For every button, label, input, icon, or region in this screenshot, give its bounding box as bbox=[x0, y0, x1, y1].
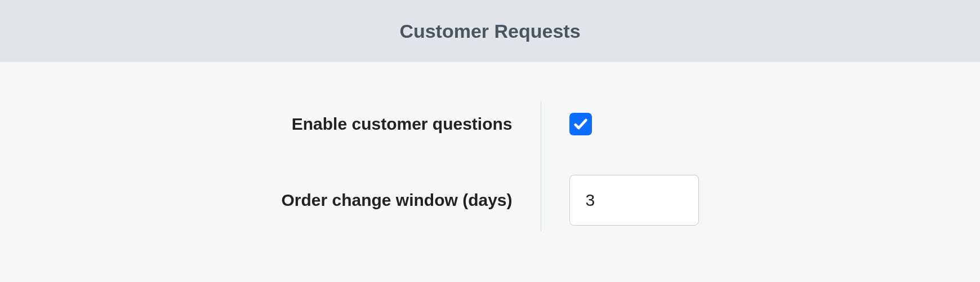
checkmark-icon bbox=[573, 116, 589, 132]
checkbox-row bbox=[569, 107, 592, 141]
section-title: Customer Requests bbox=[399, 20, 580, 42]
enable-customer-questions-checkbox[interactable] bbox=[569, 113, 592, 135]
order-change-window-label: Order change window (days) bbox=[281, 175, 512, 226]
order-change-window-input[interactable] bbox=[569, 175, 699, 226]
input-row bbox=[569, 175, 699, 226]
input-column bbox=[541, 102, 699, 231]
section-header: Customer Requests bbox=[0, 0, 980, 62]
form-content: Enable customer questions Order change w… bbox=[0, 62, 980, 231]
form-grid: Enable customer questions Order change w… bbox=[281, 102, 698, 231]
enable-customer-questions-label: Enable customer questions bbox=[292, 107, 513, 141]
label-column: Enable customer questions Order change w… bbox=[281, 102, 541, 231]
